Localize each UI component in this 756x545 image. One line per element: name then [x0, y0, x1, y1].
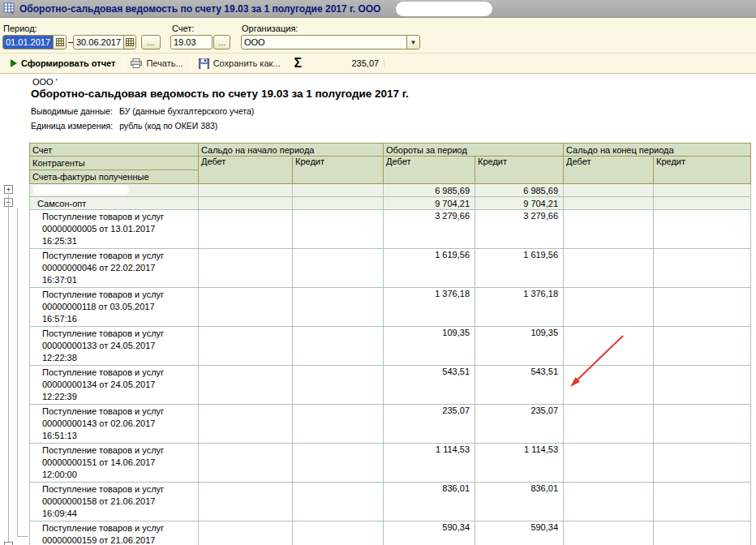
amount-cell: 6 985,69: [384, 184, 475, 197]
group-label: Самсон-опт: [37, 199, 86, 208]
amount-cell: [293, 327, 384, 366]
data-kind-value: БУ (данные бухгалтерского учета): [119, 106, 254, 116]
account-more-button[interactable]: ...: [213, 35, 230, 49]
print-label: Печать...: [146, 58, 183, 68]
toolbar-separator: [191, 56, 191, 71]
chevron-down-icon: ▼: [410, 39, 417, 46]
print-button[interactable]: Печать...: [125, 54, 188, 72]
save-as-button[interactable]: Сохранить как...: [193, 54, 286, 72]
date-to-field[interactable]: 30.06.2017: [73, 35, 136, 49]
amount-cell: [564, 405, 654, 444]
expand-plus-button[interactable]: +: [4, 185, 13, 194]
amount-cell: [564, 444, 654, 483]
toolbar-separator: [122, 56, 123, 71]
doc-line: 00000000134 от 24.05.2017: [42, 379, 195, 391]
doc-line: Поступление товаров и услуг: [42, 289, 195, 301]
table-row-detail[interactable]: Поступление товаров и услуг00000000158 о…: [30, 483, 751, 521]
amount-cell: 836,01: [475, 483, 564, 521]
doc-line: Поступление товаров и услуг: [42, 406, 195, 418]
table-row-group[interactable]: Самсон-опт9 704,219 704,21: [30, 197, 751, 210]
date-from-field[interactable]: 01.01.2017: [2, 35, 67, 49]
amount-cell: [293, 288, 384, 327]
tree-line-elbow: [17, 536, 28, 537]
doc-line: 16:09:44: [42, 508, 195, 520]
organization-value[interactable]: ООО: [242, 36, 406, 49]
report-unit-line: Единица измерения:рубль (код по ОКЕИ 383…: [31, 121, 217, 131]
col-turnover-debit: Дебет: [384, 157, 475, 184]
redaction-blob: [33, 185, 129, 195]
table-row-group[interactable]: 6 985,696 985,69: [30, 184, 751, 197]
table-row-detail[interactable]: Поступление товаров и услуг00000000005 о…: [30, 210, 751, 249]
col-contractors: Контрагенты: [30, 157, 199, 170]
date-from-value[interactable]: 01.01.2017: [3, 36, 53, 49]
redaction-blob-title: [396, 2, 492, 16]
account-value[interactable]: 19.03: [171, 36, 212, 49]
amount-cell: 590,34: [384, 521, 475, 545]
calendar-icon: [56, 38, 64, 46]
doc-line: 00000000159 от 21.06.2017: [42, 534, 195, 545]
amount-cell: [293, 444, 384, 483]
col-account: Счет: [30, 144, 199, 157]
calendar-button[interactable]: [53, 36, 66, 49]
amount-cell: [199, 327, 293, 366]
amount-cell: [654, 288, 751, 327]
amount-cell: [654, 197, 751, 210]
account-field[interactable]: 19.03: [170, 35, 213, 49]
app-window: т Оборотно-сальдовая ведомость по счету …: [0, 0, 756, 545]
doc-line: 00000000046 от 22.02.2017: [42, 262, 195, 274]
sum-button[interactable]: Σ: [294, 56, 303, 71]
table-row-detail[interactable]: Поступление товаров и услуг00000000118 о…: [30, 288, 751, 327]
table-row-detail[interactable]: Поступление товаров и услуг00000000134 о…: [30, 366, 751, 405]
calendar-button[interactable]: [123, 36, 135, 49]
table-row-detail[interactable]: Поступление товаров и услуг00000000159 о…: [30, 521, 751, 545]
table-row-detail[interactable]: Поступление товаров и услуг00000000151 о…: [30, 444, 751, 483]
doc-line: 00000000143 от 02.06.2017: [42, 418, 195, 430]
table-row-detail[interactable]: Поступление товаров и услуг00000000046 о…: [30, 249, 751, 288]
amount-cell: [293, 197, 384, 210]
amount-cell: [564, 483, 654, 521]
amount-cell: 836,01: [384, 483, 475, 521]
action-toolbar: Сформировать отчет Печать... Сохранить к…: [0, 54, 756, 74]
amount-cell: 3 279,66: [475, 210, 564, 249]
amount-cell: [564, 210, 654, 249]
printer-icon: [131, 58, 142, 68]
amount-cell: 543,51: [384, 366, 475, 405]
table-row-detail[interactable]: Поступление товаров и услуг00000000143 о…: [30, 405, 751, 444]
window-title: Оборотно-сальдовая ведомость по счету 19…: [19, 3, 380, 15]
account-cell: Поступление товаров и услуг00000000118 о…: [30, 288, 199, 327]
amount-cell: [654, 249, 751, 288]
table-row-detail[interactable]: Поступление товаров и услуг00000000133 о…: [30, 327, 751, 366]
account-cell: Поступление товаров и услуг00000000134 о…: [30, 366, 199, 405]
col-invoices: Счета-фактуры полученные: [30, 170, 199, 184]
dropdown-button[interactable]: ▼: [406, 36, 419, 49]
col-turnover-credit: Кредит: [475, 157, 564, 184]
date-to-value[interactable]: 30.06.2017: [74, 36, 123, 49]
account-label: Счет:: [172, 24, 194, 33]
doc-line: Поступление товаров и услуг: [42, 483, 195, 496]
amount-cell: 9 704,21: [384, 197, 475, 210]
generate-report-button[interactable]: Сформировать отчет: [5, 54, 121, 72]
amount-cell: [564, 197, 654, 210]
amount-cell: [293, 184, 384, 197]
annotation-arrow-icon: [560, 328, 633, 394]
organization-combobox[interactable]: ООО ▼: [241, 35, 420, 49]
report-window-icon: т: [3, 2, 15, 15]
account-cell: Поступление товаров и услуг00000000046 о…: [30, 249, 199, 288]
account-cell: Поступление товаров и услуг00000000133 о…: [30, 327, 199, 366]
floppy-disk-icon: [199, 58, 209, 69]
collapse-minus-button-partial[interactable]: [4, 542, 13, 545]
amount-cell: [654, 184, 751, 197]
period-more-button[interactable]: ...: [141, 35, 161, 49]
amount-cell: 235,07: [475, 405, 564, 444]
amount-cell: [293, 249, 384, 288]
amount-cell: [199, 184, 293, 197]
amount-cell: [199, 521, 293, 545]
report-table: Счет Сальдо на начало периода Обороты за…: [29, 143, 751, 545]
amount-cell: [654, 366, 751, 405]
amount-cell: [564, 288, 654, 327]
period-label: Период:: [3, 24, 37, 33]
window-titlebar[interactable]: т Оборотно-сальдовая ведомость по счету …: [0, 0, 756, 18]
amount-cell: 543,51: [475, 366, 564, 405]
amount-cell: [199, 444, 293, 483]
doc-line: 00000000133 от 24.05.2017: [42, 340, 195, 352]
